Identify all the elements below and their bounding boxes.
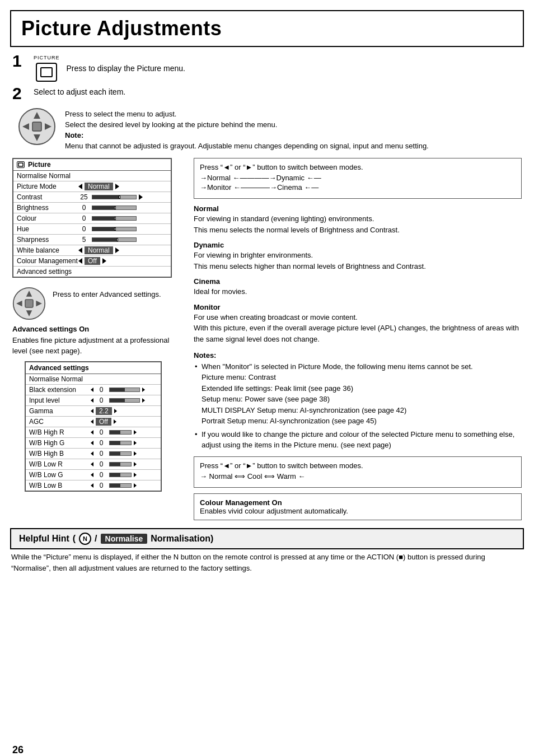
right-column: Press “◄” or “►” button to switch betwee… [194, 158, 522, 520]
mode-row-1: →Normal ←————→Dynamic ←— [200, 174, 516, 182]
wblr-right [134, 462, 137, 466]
input-level-num: 0 [96, 396, 107, 404]
step-1-content: PICTURE Press to display the Picture men… [34, 55, 522, 82]
input-level-value: 0 [91, 396, 157, 404]
input-level-label: Input level [29, 396, 91, 404]
menu-row-colour-management: Colour Management Off [13, 256, 171, 267]
adv-row-wb-high-g: W/B High G 0 [26, 438, 161, 449]
brightness-slider [92, 206, 137, 210]
mode-row-2: →Monitor ←————→Cinema ←— [200, 183, 516, 192]
advanced-menu-title: Advanced settings [26, 362, 161, 374]
helpful-hint-slash: / [95, 534, 97, 544]
hint-icon-letter: N [83, 535, 87, 542]
svg-rect-6 [18, 163, 23, 166]
step-2-content: Select to adjust each item. [34, 87, 522, 100]
cm-box: Colour Management On Enables vivid colou… [194, 493, 522, 520]
main-content: 1 PICTURE Press to display the Picture m… [0, 47, 534, 520]
picture-icon [36, 63, 57, 82]
colour-slider [92, 216, 137, 221]
black-ext-label: Black extension [29, 386, 91, 394]
wb-diagram: → Normal ⟺ Cool ⟺ Warm ← [200, 472, 516, 480]
helpful-hint-subtitle: Normalisation) [151, 534, 213, 544]
two-column-layout: Picture Normalise Normal Picture Mode No… [12, 158, 522, 520]
adv-row-agc: AGC Off [26, 417, 161, 427]
wbhb-right [134, 451, 137, 456]
brightness-num: 0 [78, 204, 90, 212]
il-slider [109, 398, 140, 403]
wb-low-b-num: 0 [96, 482, 107, 489]
step-1-description: Press to display the Picture menu. [67, 64, 185, 73]
sharpness-label: Sharpness [17, 236, 78, 244]
wb-right-arrow [115, 248, 119, 253]
gamma-label: Gamma [29, 407, 91, 415]
helpful-hint-title: Helpful Hint [19, 534, 69, 544]
sharpness-value: 5 [78, 236, 167, 244]
select-level: Select the desired level by looking at t… [65, 120, 429, 129]
adv-row-input-level: Input level 0 [26, 395, 161, 406]
page: Picture Adjustments 1 PICTURE Press to d… [0, 10, 534, 756]
hue-label: Hue [17, 225, 78, 233]
cinema-mode-name: Cinema [194, 277, 522, 286]
wb-high-r-label: W/B High R [29, 428, 91, 436]
picture-icon-inner [40, 67, 53, 77]
adv-on-label: Advanced settings On [12, 325, 89, 333]
wb-high-r-num: 0 [96, 428, 107, 436]
mode-arrow-1: →Normal ←————→Dynamic ←— [200, 174, 321, 182]
agc-label: AGC [29, 418, 91, 426]
advanced-settings-label: Advanced settings [17, 268, 78, 276]
wblr-slider [109, 462, 132, 466]
wbhr-left [91, 430, 93, 435]
menu-row-sharpness: Sharpness 5 [13, 235, 171, 245]
il-left [91, 398, 93, 403]
menu-row-brightness: Brightness 0 [13, 203, 171, 213]
notes-list: When "Monitor" is selected in Picture Mo… [194, 361, 522, 451]
note-label: Note: [65, 131, 429, 139]
dynamic-mode-desc: For viewing in brighter environments.Thi… [194, 250, 522, 272]
triangle-left-icon [78, 184, 82, 189]
contrast-slider [92, 195, 137, 199]
helpful-hint-text: While the “Picture” menu is displayed, i… [11, 552, 523, 580]
hint-n-icon: N [79, 533, 91, 545]
mode-switch-box: Press “◄” or “►” button to switch betwee… [194, 158, 522, 199]
colour-management-value: Off [78, 257, 167, 265]
wb-low-g-value: 0 [91, 471, 157, 479]
helpful-hint-paren-open: ( [73, 534, 76, 544]
brightness-value: 0 [78, 204, 167, 212]
menu-normalise-text: Normalise Normal [17, 172, 71, 180]
joystick-icon [18, 108, 56, 146]
gamma-num: 2.2 [96, 407, 112, 415]
wb-high-g-num: 0 [96, 439, 107, 447]
wb-low-g-num: 0 [96, 471, 107, 479]
menu-row-hue: Hue 0 [13, 224, 171, 235]
cm-on-desc: Enables vivid colour adjustment automati… [200, 507, 348, 515]
joystick-instructions: Press to select the menu to adjust. Sele… [65, 108, 429, 152]
agc-text: Off [96, 418, 111, 426]
monitor-mode-desc: For use when creating broadcast or movie… [194, 312, 522, 345]
wbhr-right [134, 430, 137, 435]
picture-menu-title-icon [17, 161, 25, 168]
be-right [142, 388, 145, 392]
wb-low-b-label: W/B Low B [29, 482, 91, 489]
page-number: 26 [12, 744, 24, 756]
joystick2-icon [12, 287, 46, 320]
press-adv-text: Press to enter Advanced settings. [53, 287, 161, 300]
cm-left-arrow [78, 258, 82, 264]
colour-management-text: Off [85, 257, 100, 265]
gamma-value: 2.2 [91, 407, 157, 415]
wbhg-slider [109, 441, 132, 445]
normal-mode-name: Normal [194, 204, 522, 213]
adv-on-desc: Enables fine picture adjustment at a pro… [12, 336, 169, 356]
contrast-label: Contrast [17, 193, 78, 201]
adv-row-wb-high-b: W/B High B 0 [26, 449, 161, 459]
colour-value: 0 [78, 214, 167, 222]
picture-label: PICTURE [34, 55, 60, 60]
mode-arrow-2: →Monitor ←————→Cinema ←— [200, 183, 318, 192]
mode-cinema-section: Cinema Ideal for movies. [194, 277, 522, 297]
normal-mode-desc: For viewing in standard (evening lightin… [194, 213, 522, 235]
left-column: Picture Normalise Normal Picture Mode No… [12, 158, 186, 492]
notes-section: Notes: When "Monitor" is selected in Pic… [194, 350, 522, 451]
wb-high-g-value: 0 [91, 439, 157, 447]
agc-value: Off [91, 418, 157, 426]
menu-row-colour: Colour 0 [13, 213, 171, 224]
wblg-left [91, 473, 93, 477]
